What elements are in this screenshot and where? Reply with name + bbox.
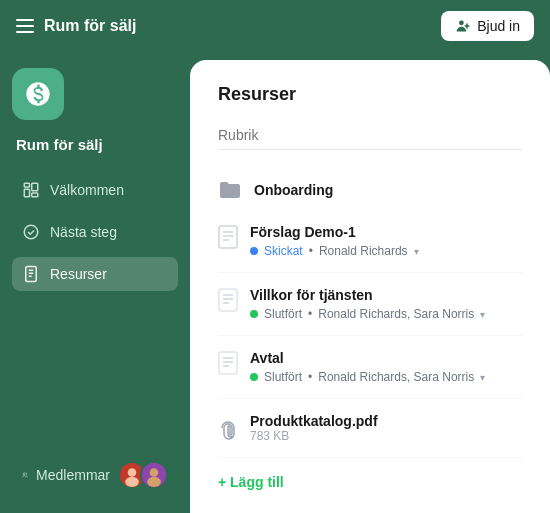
- status-label-3: Slutfört: [264, 370, 302, 384]
- hamburger-icon[interactable]: [16, 19, 34, 33]
- topbar-left: Rum för sälj: [16, 17, 136, 35]
- assignees-2: Ronald Richards, Sara Norris: [318, 307, 474, 321]
- svg-point-11: [128, 468, 137, 477]
- layout: Rum för sälj Välkommen Nästa steg Resurs…: [0, 52, 550, 513]
- sidebar-room-title: Rum för sälj: [12, 136, 178, 153]
- sidebar-item-label-valkommen: Välkommen: [50, 182, 124, 198]
- svg-point-4: [24, 225, 38, 239]
- file-name-1: Förslag Demo-1: [250, 224, 522, 240]
- panel-title: Resurser: [218, 84, 522, 105]
- sidebar-item-valkommen[interactable]: Välkommen: [12, 173, 178, 207]
- svg-rect-24: [219, 352, 237, 374]
- file-list: Förslag Demo-1 Skickat • Ronald Richards…: [218, 210, 522, 458]
- document-icon: [22, 265, 40, 283]
- members-avatars: [118, 461, 168, 489]
- sidebar-item-label-nasta-steg: Nästa steg: [50, 224, 117, 240]
- meta-separator-2: •: [308, 307, 312, 321]
- sidebar: Rum för sälj Välkommen Nästa steg Resurs…: [0, 52, 190, 513]
- dollar-icon: [24, 80, 52, 108]
- status-dot-2: [250, 310, 258, 318]
- rubrik-input[interactable]: [218, 121, 522, 150]
- svg-point-15: [147, 477, 161, 487]
- main-panel: Resurser Onboarding Förslag Demo-1: [190, 60, 550, 513]
- status-dot-1: [250, 247, 258, 255]
- avatar-2: [140, 461, 168, 489]
- pdf-item[interactable]: Produktkatalog.pdf 783 KB: [218, 399, 522, 458]
- sidebar-item-nasta-steg[interactable]: Nästa steg: [12, 215, 178, 249]
- chevron-down-icon-3: ▾: [480, 372, 485, 383]
- sidebar-bottom: Medlemmar: [12, 453, 178, 497]
- pdf-info: Produktkatalog.pdf 783 KB: [250, 413, 378, 443]
- folder-item-onboarding[interactable]: Onboarding: [218, 170, 522, 210]
- sidebar-item-label-resurser: Resurser: [50, 266, 107, 282]
- status-label-2: Slutfört: [264, 307, 302, 321]
- chevron-down-icon-1: ▾: [414, 246, 419, 257]
- home-icon: [22, 181, 40, 199]
- sidebar-logo: [12, 68, 64, 120]
- topbar: Rum för sälj Bjud in: [0, 0, 550, 52]
- meta-separator-3: •: [308, 370, 312, 384]
- add-button-label: + Lägg till: [218, 474, 284, 490]
- file-doc-icon-1: [218, 225, 238, 249]
- file-name-2: Villkor för tjänsten: [250, 287, 522, 303]
- file-item-forslag[interactable]: Förslag Demo-1 Skickat • Ronald Richards…: [218, 210, 522, 273]
- invite-label: Bjud in: [477, 18, 520, 34]
- svg-point-9: [23, 473, 25, 475]
- file-info-2: Villkor för tjänsten Slutfört • Ronald R…: [250, 287, 522, 321]
- file-info-3: Avtal Slutfört • Ronald Richards, Sara N…: [250, 350, 522, 384]
- invite-icon: [455, 18, 471, 34]
- svg-rect-2: [32, 183, 38, 191]
- svg-rect-16: [219, 226, 237, 248]
- meta-separator-1: •: [309, 244, 313, 258]
- svg-rect-1: [24, 189, 29, 197]
- file-info-1: Förslag Demo-1 Skickat • Ronald Richards…: [250, 224, 522, 258]
- file-meta-2: Slutfört • Ronald Richards, Sara Norris …: [250, 307, 522, 321]
- file-item-villkor[interactable]: Villkor för tjänsten Slutfört • Ronald R…: [218, 273, 522, 336]
- members-label: Medlemmar: [36, 467, 110, 483]
- svg-point-14: [150, 468, 159, 477]
- status-label-1: Skickat: [264, 244, 303, 258]
- sidebar-item-resurser[interactable]: Resurser: [12, 257, 178, 291]
- assignees-3: Ronald Richards, Sara Norris: [318, 370, 474, 384]
- file-doc-icon-2: [218, 288, 238, 312]
- attachment-icon: [218, 416, 238, 440]
- file-meta-1: Skickat • Ronald Richards ▾: [250, 244, 522, 258]
- chevron-down-icon-2: ▾: [480, 309, 485, 320]
- avatar-svg-2: [142, 461, 166, 489]
- file-doc-icon-3: [218, 351, 238, 375]
- members-icon: [22, 466, 28, 484]
- folder-name-onboarding: Onboarding: [254, 182, 333, 198]
- svg-rect-3: [32, 193, 38, 197]
- check-circle-icon: [22, 223, 40, 241]
- file-item-avtal[interactable]: Avtal Slutfört • Ronald Richards, Sara N…: [218, 336, 522, 399]
- pdf-name: Produktkatalog.pdf: [250, 413, 378, 429]
- members-row[interactable]: Medlemmar: [12, 453, 178, 497]
- svg-point-12: [125, 477, 139, 487]
- svg-rect-0: [24, 183, 29, 187]
- file-name-3: Avtal: [250, 350, 522, 366]
- assignees-1: Ronald Richards: [319, 244, 408, 258]
- invite-button[interactable]: Bjud in: [441, 11, 534, 41]
- add-button[interactable]: + Lägg till: [218, 458, 284, 494]
- avatar-img-2: [142, 463, 166, 487]
- svg-rect-20: [219, 289, 237, 311]
- pdf-size: 783 KB: [250, 429, 378, 443]
- file-meta-3: Slutfört • Ronald Richards, Sara Norris …: [250, 370, 522, 384]
- status-dot-3: [250, 373, 258, 381]
- folder-icon: [218, 180, 242, 200]
- topbar-title: Rum för sälj: [44, 17, 136, 35]
